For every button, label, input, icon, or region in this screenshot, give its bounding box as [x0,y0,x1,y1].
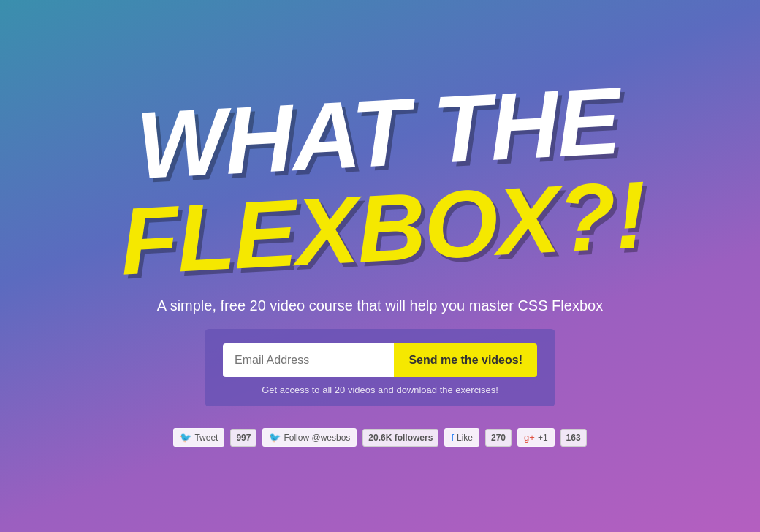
follow-label: Follow @wesbos [284,433,350,443]
gplus-count: 163 [560,429,587,446]
hero-subtitle: A simple, free 20 video course that will… [157,297,603,314]
access-text: Get access to all 20 videos and download… [262,384,498,395]
title-line2: FLEXBOX?! [118,167,647,289]
submit-button[interactable]: Send me the videos! [394,343,537,377]
like-count: 270 [485,429,512,446]
email-input[interactable] [223,343,394,377]
twitter-follow-icon: 🐦 [269,432,281,443]
gplus-icon: g+ [524,432,535,443]
tweet-label: Tweet [194,433,218,443]
follow-button[interactable]: 🐦 Follow @wesbos [262,428,357,446]
gplus-label: +1 [538,433,548,443]
facebook-icon: f [451,432,454,443]
twitter-icon: 🐦 [180,432,191,443]
like-label: Like [457,433,473,443]
tweet-button[interactable]: 🐦 Tweet [173,428,224,446]
signup-input-row: Send me the videos! [223,343,537,377]
hero-title: WHAT THE FLEXBOX?! [113,72,647,289]
follow-count: 20.6K followers [362,429,438,446]
gplus-button[interactable]: g+ +1 [517,428,555,446]
tweet-count: 997 [230,429,256,446]
signup-box: Send me the videos! Get access to all 20… [205,329,555,406]
like-button[interactable]: f Like [444,428,479,446]
social-bar: 🐦 Tweet 997 🐦 Follow @wesbos 20.6K follo… [173,428,586,446]
